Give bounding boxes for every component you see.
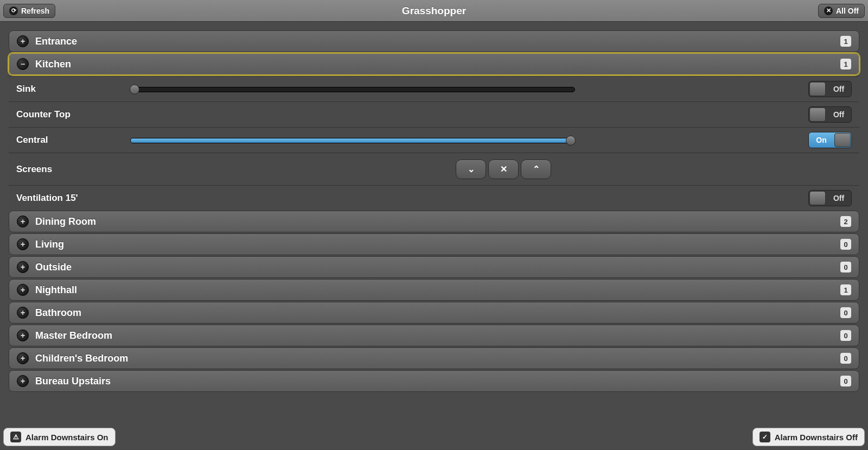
room-label: Children's Bedroom xyxy=(35,353,840,364)
alarm-off-label: Alarm Downstairs Off xyxy=(775,433,858,442)
room-label: Kitchen xyxy=(35,59,840,70)
chevron-up-icon: ⌃ xyxy=(533,164,540,174)
toggle-off-label: Off xyxy=(826,107,851,122)
room-label: Master Bedroom xyxy=(35,330,840,341)
device-label: Screens xyxy=(16,164,130,175)
device-row-sink: Sink Off xyxy=(9,76,859,102)
check-icon: ✓ xyxy=(760,432,770,442)
count-badge: 1 xyxy=(840,59,851,69)
expand-icon: + xyxy=(17,284,29,296)
toggle-off-label: Off xyxy=(826,191,851,206)
sink-slider[interactable] xyxy=(130,85,575,93)
app-title: Grasshopper xyxy=(0,5,868,17)
topbar: ⟳ Refresh Grasshopper ✕ All Off xyxy=(0,0,868,22)
refresh-button[interactable]: ⟳ Refresh xyxy=(3,4,55,18)
expand-icon: + xyxy=(17,238,29,250)
toggle-off-label: Off xyxy=(826,81,851,97)
all-off-button[interactable]: ✕ All Off xyxy=(818,4,865,18)
expand-icon: + xyxy=(17,329,29,341)
count-badge: 0 xyxy=(840,239,851,250)
toggle-knob xyxy=(809,191,826,205)
kitchen-devices: Sink Off Counter Top Off xyxy=(9,76,859,211)
screens-controls: ⌄ ✕ ⌃ xyxy=(456,160,551,179)
refresh-label: Refresh xyxy=(21,7,49,15)
bottombar: ⚠ Alarm Downstairs On ✓ Alarm Downstairs… xyxy=(0,424,868,450)
main-content: + Entrance 1 − Kitchen 1 Sink Off xyxy=(0,22,868,392)
room-row-kitchen[interactable]: − Kitchen 1 xyxy=(9,53,859,75)
device-row-central: Central On xyxy=(9,127,859,153)
close-icon: ✕ xyxy=(824,7,833,15)
slider-thumb[interactable] xyxy=(566,136,576,145)
device-row-ventilation: Ventilation 15' Off xyxy=(9,185,859,211)
room-row-nighthall[interactable]: + Nighthall 1 xyxy=(9,279,859,301)
chevron-down-icon: ⌄ xyxy=(468,164,475,174)
slider-thumb[interactable] xyxy=(130,85,139,94)
count-badge: 0 xyxy=(840,307,851,318)
count-badge: 0 xyxy=(840,330,851,341)
alarm-on-label: Alarm Downstairs On xyxy=(25,433,108,442)
counter-toggle[interactable]: Off xyxy=(808,106,852,123)
count-badge: 1 xyxy=(840,284,851,295)
room-row-children[interactable]: + Children's Bedroom 0 xyxy=(9,347,859,369)
toggle-knob xyxy=(809,82,826,96)
device-label: Ventilation 15' xyxy=(16,193,78,204)
refresh-icon: ⟳ xyxy=(9,7,18,15)
count-badge: 0 xyxy=(840,262,851,272)
room-row-bathroom[interactable]: + Bathroom 0 xyxy=(9,302,859,324)
room-label: Nighthall xyxy=(35,284,840,296)
collapse-icon: − xyxy=(17,58,29,70)
ventilation-toggle[interactable]: Off xyxy=(808,190,852,206)
alarm-on-button[interactable]: ⚠ Alarm Downstairs On xyxy=(3,428,116,446)
count-badge: 1 xyxy=(840,36,851,47)
room-row-bureau[interactable]: + Bureau Upstairs 0 xyxy=(9,370,859,392)
expand-icon: + xyxy=(17,375,29,387)
room-label: Outside xyxy=(35,262,840,273)
screens-up-button[interactable]: ⌃ xyxy=(521,160,551,179)
device-label: Sink xyxy=(16,84,130,94)
expand-icon: + xyxy=(17,261,29,273)
room-label: Living xyxy=(35,239,840,250)
sink-toggle[interactable]: Off xyxy=(808,81,852,97)
room-row-living[interactable]: + Living 0 xyxy=(9,233,859,255)
room-label: Dining Room xyxy=(35,216,840,227)
warning-icon: ⚠ xyxy=(10,432,21,442)
count-badge: 0 xyxy=(840,353,851,364)
slider-fill xyxy=(131,138,571,143)
expand-icon: + xyxy=(17,352,29,364)
central-slider[interactable] xyxy=(130,136,575,144)
screens-down-button[interactable]: ⌄ xyxy=(456,160,486,179)
toggle-knob xyxy=(809,107,826,122)
count-badge: 2 xyxy=(840,216,851,227)
device-row-screens: Screens ⌄ ✕ ⌃ xyxy=(9,153,859,185)
toggle-on-label: On xyxy=(809,132,834,148)
room-row-outside[interactable]: + Outside 0 xyxy=(9,256,859,278)
device-label: Counter Top xyxy=(16,109,130,120)
slider-track xyxy=(130,87,575,92)
room-row-entrance[interactable]: + Entrance 1 xyxy=(9,30,859,52)
expand-icon: + xyxy=(17,307,29,319)
device-label: Central xyxy=(16,135,130,145)
count-badge: 0 xyxy=(840,376,851,386)
expand-icon: + xyxy=(17,216,29,227)
expand-icon: + xyxy=(17,35,29,47)
device-row-counter: Counter Top Off xyxy=(9,102,859,127)
screens-stop-button[interactable]: ✕ xyxy=(488,160,519,179)
room-label: Bathroom xyxy=(35,307,840,319)
room-label: Bureau Upstairs xyxy=(35,376,840,387)
toggle-knob xyxy=(834,133,851,147)
central-toggle[interactable]: On xyxy=(808,132,852,148)
room-row-master[interactable]: + Master Bedroom 0 xyxy=(9,325,859,346)
all-off-label: All Off xyxy=(836,7,859,15)
room-label: Entrance xyxy=(35,36,840,47)
alarm-off-button[interactable]: ✓ Alarm Downstairs Off xyxy=(752,428,865,446)
close-icon: ✕ xyxy=(500,164,507,174)
room-row-dining[interactable]: + Dining Room 2 xyxy=(9,211,859,232)
